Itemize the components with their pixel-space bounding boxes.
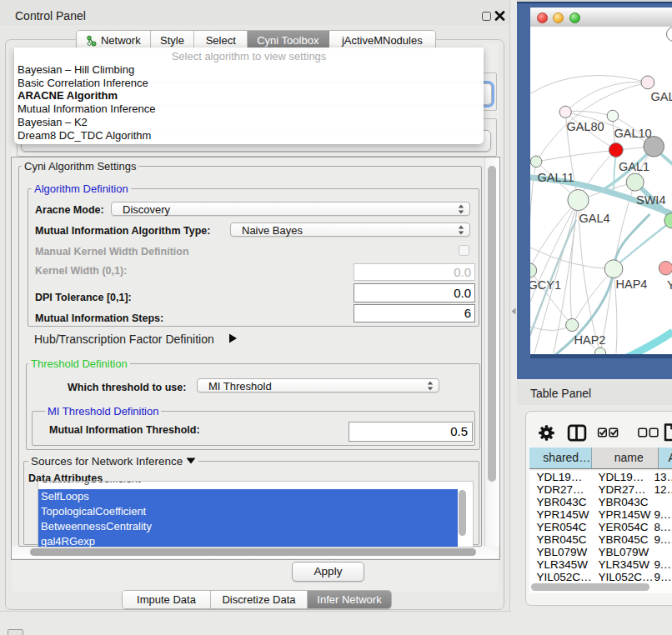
svg-text:GAL11: GAL11 — [537, 171, 574, 184]
svg-text:GAL1: GAL1 — [619, 160, 649, 173]
svg-text:GCY1: GCY1 — [530, 278, 561, 292]
svg-text:GAL80: GAL80 — [566, 120, 604, 133]
svg-text:HAP4: HAP4 — [615, 278, 647, 291]
svg-text:Y: Y — [667, 278, 672, 292]
svg-text:GAL4: GAL4 — [579, 212, 609, 225]
svg-text:GAL10: GAL10 — [614, 127, 651, 140]
svg-text:HAP2: HAP2 — [574, 333, 605, 347]
svg-text:GAL: GAL — [650, 90, 672, 103]
svg-text:SWI4: SWI4 — [636, 193, 665, 207]
